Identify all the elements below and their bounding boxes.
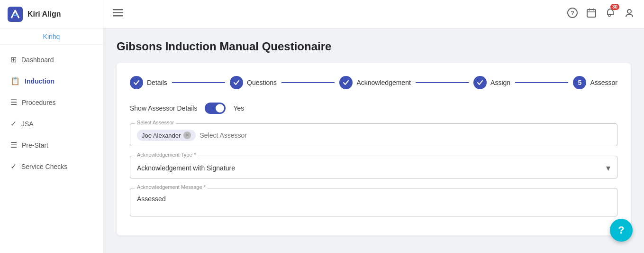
svg-point-11 xyxy=(608,15,610,17)
sidebar-item-label: Service Checks xyxy=(21,163,67,170)
app-title: Kiri Align xyxy=(27,10,61,19)
svg-rect-3 xyxy=(113,15,123,17)
sidebar-item-label: JSA xyxy=(21,120,34,128)
acknowledgement-type-value: Acknowledgement with Signature xyxy=(137,164,606,172)
dropdown-arrow-icon: ▾ xyxy=(606,163,610,173)
topbar-icons: ? 30 xyxy=(567,8,635,20)
jsa-icon: ✓ xyxy=(10,119,17,128)
assessor-chip[interactable]: Joe Alexander ✕ xyxy=(137,130,196,141)
help-button[interactable]: ? xyxy=(567,8,578,20)
pre-start-icon: ☰ xyxy=(10,141,17,150)
svg-rect-6 xyxy=(587,9,596,17)
help-fab[interactable]: ? xyxy=(610,219,633,242)
notifications-button[interactable]: 30 xyxy=(605,8,616,20)
select-assessor-field[interactable]: Select Assessor Joe Alexander ✕ xyxy=(130,123,617,146)
sidebar-item-pre-start[interactable]: ☰ Pre-Start xyxy=(3,135,100,155)
acknowledgement-message-label: Acknowledgement Message * xyxy=(135,184,208,190)
sidebar-item-procedures[interactable]: ☰ Procedures xyxy=(3,92,100,112)
svg-rect-1 xyxy=(113,9,123,10)
step-assign-label: Assign xyxy=(490,79,510,86)
workspace-name[interactable]: Kirihq xyxy=(0,29,103,45)
step-assign[interactable]: Assign xyxy=(473,76,510,89)
assessor-toggle-row: Show Assessor Details Yes xyxy=(130,103,617,114)
content-area: Gibsons Induction Manual Questionaire De… xyxy=(103,28,644,253)
step-assign-circle xyxy=(473,76,487,89)
step-line-4 xyxy=(515,82,568,83)
sidebar-item-service-checks[interactable]: ✓ Service Checks xyxy=(3,156,100,177)
svg-point-12 xyxy=(627,9,631,13)
calendar-button[interactable] xyxy=(586,8,597,20)
notification-badge: 30 xyxy=(610,4,619,10)
step-assessor[interactable]: 5 Assessor xyxy=(573,76,617,89)
step-line-1 xyxy=(172,82,225,83)
dashboard-icon: ⊞ xyxy=(10,55,17,64)
step-assessor-circle: 5 xyxy=(573,76,586,89)
step-details-label: Details xyxy=(147,79,167,86)
procedures-icon: ☰ xyxy=(10,98,17,107)
select-assessor-label: Select Assessor xyxy=(135,120,176,125)
sidebar-header: Kiri Align xyxy=(0,0,103,29)
assessor-chip-name: Joe Alexander xyxy=(142,132,181,139)
logo-icon xyxy=(8,7,23,22)
assessor-input[interactable] xyxy=(200,131,610,139)
main-area: ? 30 xyxy=(103,0,644,253)
step-acknowledgement-circle xyxy=(339,76,353,89)
stepper: Details Questions Acknowledgement xyxy=(130,76,617,89)
page-title: Gibsons Induction Manual Questionaire xyxy=(117,40,631,53)
assessor-chips: Joe Alexander ✕ xyxy=(137,130,610,141)
svg-rect-0 xyxy=(8,7,23,22)
main-card: Details Questions Acknowledgement xyxy=(117,63,631,235)
sidebar-item-dashboard[interactable]: ⊞ Dashboard xyxy=(3,49,100,70)
step-questions-label: Questions xyxy=(247,79,277,86)
svg-text:?: ? xyxy=(571,9,574,17)
acknowledgement-message-value: Assessed xyxy=(137,195,610,203)
step-questions-circle xyxy=(230,76,243,89)
toggle-yes-label: Yes xyxy=(233,104,244,112)
sidebar-item-label: Induction xyxy=(25,77,54,85)
sidebar-item-label: Procedures xyxy=(22,99,56,106)
step-line-2 xyxy=(281,82,335,83)
acknowledgement-type-label: Acknowledgement Type * xyxy=(135,152,198,158)
step-questions[interactable]: Questions xyxy=(230,76,277,89)
sidebar-item-label: Dashboard xyxy=(21,56,54,64)
step-acknowledgement[interactable]: Acknowledgement xyxy=(339,76,410,89)
step-details[interactable]: Details xyxy=(130,76,167,89)
sidebar-item-label: Pre-Start xyxy=(22,141,48,149)
sidebar-item-induction[interactable]: 📋 Induction xyxy=(3,71,100,91)
svg-rect-2 xyxy=(113,12,123,14)
show-assessor-label: Show Assessor Details xyxy=(130,104,197,112)
assessor-chip-remove[interactable]: ✕ xyxy=(183,131,191,139)
induction-icon: 📋 xyxy=(10,76,20,85)
acknowledgement-message-field[interactable]: Acknowledgement Message * Assessed xyxy=(130,188,617,216)
sidebar-item-jsa[interactable]: ✓ JSA xyxy=(3,113,100,134)
menu-toggle-button[interactable] xyxy=(113,9,123,19)
topbar: ? 30 xyxy=(103,0,644,28)
service-checks-icon: ✓ xyxy=(10,162,17,171)
sidebar-nav: ⊞ Dashboard 📋 Induction ☰ Procedures ✓ J… xyxy=(0,45,103,253)
sidebar: Kiri Align Kirihq ⊞ Dashboard 📋 Inductio… xyxy=(0,0,103,253)
acknowledgement-type-field[interactable]: Acknowledgement Type * Acknowledgement w… xyxy=(130,156,617,178)
profile-button[interactable] xyxy=(624,8,635,20)
step-details-circle xyxy=(130,76,143,89)
step-assessor-label: Assessor xyxy=(590,79,617,86)
step-acknowledgement-label: Acknowledgement xyxy=(356,79,410,86)
step-line-3 xyxy=(416,82,469,83)
show-assessor-toggle[interactable] xyxy=(205,103,226,114)
